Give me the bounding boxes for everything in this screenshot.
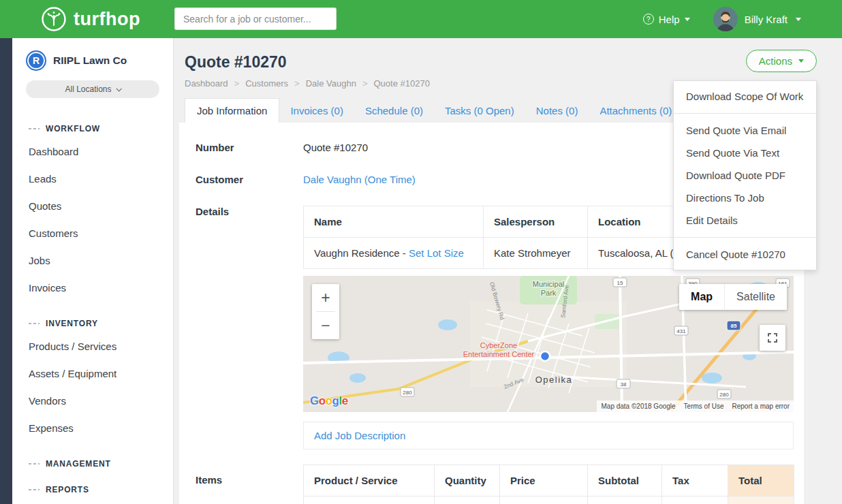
sidebar-item-assets-equipment[interactable]: Assets / Equipment — [29, 361, 173, 388]
sidebar-item-jobs[interactable]: Jobs — [29, 248, 173, 275]
details-header-name: Name — [304, 206, 484, 238]
section-label: MANAGEMENT — [46, 459, 111, 469]
google-map[interactable]: Municipal Park CyberZone Entertainment C… — [303, 276, 794, 412]
menu-item-download-quote-pdf[interactable]: Download Quote PDF — [674, 164, 816, 187]
job-description-box: Add Job Description — [303, 422, 794, 450]
poi-label-line1: CyberZone — [480, 341, 517, 349]
set-lot-size-link[interactable]: Set Lot Size — [409, 247, 464, 259]
locations-label: All Locations — [65, 84, 111, 94]
items-table: Product / Service Quantity Price Subtota… — [303, 464, 794, 504]
items-header-price: Price — [500, 465, 588, 497]
shield-15: 15 — [617, 280, 623, 286]
fullscreen-button[interactable] — [760, 325, 785, 351]
tab-attachments[interactable]: Attachments (0) — [589, 99, 683, 123]
items-label: Items — [196, 464, 303, 504]
customer-link[interactable]: Dale Vaughn — [303, 174, 362, 185]
city-label: Opelika — [535, 375, 573, 385]
avatar-photo — [713, 7, 738, 31]
customer-type-link[interactable]: (One Time) — [364, 174, 416, 185]
sidebar-section-inventory: INVENTORY — [29, 319, 173, 328]
caret-down-icon — [798, 59, 804, 63]
terms-of-use-link[interactable]: Terms of Use — [684, 403, 724, 410]
items-header-tax: Tax — [662, 465, 728, 497]
google-letter: g — [332, 394, 339, 407]
tab-schedule[interactable]: Schedule (0) — [354, 99, 434, 123]
brand-logo[interactable]: turfhop — [41, 0, 140, 38]
dashes-icon — [29, 462, 40, 465]
menu-item-download-scope-of-work[interactable]: Download Scope Of Work — [674, 85, 816, 108]
tab-job-information[interactable]: Job Information — [185, 98, 279, 123]
locations-selector[interactable]: All Locations — [26, 80, 159, 98]
tab-notes[interactable]: Notes (0) — [525, 99, 589, 123]
breadcrumb-customers[interactable]: Customers — [228, 78, 288, 89]
items-header-total: Total — [728, 465, 794, 497]
map-view-button[interactable]: Map — [679, 284, 724, 310]
property-name: Vaughn Residence - — [314, 247, 406, 259]
items-table-row — [304, 497, 794, 504]
sidebar-section-management[interactable]: MANAGEMENT — [29, 459, 173, 469]
section-label: WORKFLOW — [46, 124, 100, 133]
shield-280: 280 — [403, 390, 412, 396]
salesperson-value: Kate Strohmeyer — [484, 238, 588, 269]
chevron-down-icon — [796, 18, 801, 21]
sidebar-item-dashboard[interactable]: Dashboard — [29, 139, 173, 166]
shield-431: 431 — [676, 328, 686, 334]
map-type-control: Map Satellite — [679, 284, 787, 310]
items-header-quantity: Quantity — [435, 465, 500, 497]
map-data-credit: Map data ©2018 Google — [601, 403, 675, 410]
map-attribution: Map data ©2018 Google Terms of Use Repor… — [597, 400, 794, 412]
page-title: Quote #10270 — [185, 53, 842, 72]
sidebar-item-expenses[interactable]: Expenses — [29, 415, 173, 443]
brand-name: turfhop — [74, 9, 140, 30]
add-job-description-link[interactable]: Add Job Description — [314, 430, 405, 441]
number-label: Number — [196, 142, 303, 153]
sidebar: R RIIPL Lawn Co All Locations WORKFLOW D… — [12, 38, 174, 504]
dashes-icon — [29, 322, 40, 325]
help-menu-button[interactable]: ? Help — [643, 14, 690, 25]
sidebar-nav: WORKFLOW Dashboard Leads Quotes Customer… — [12, 98, 173, 494]
sidebar-section-workflow: WORKFLOW — [29, 124, 173, 133]
tab-invoices[interactable]: Invoices (0) — [279, 99, 354, 123]
sidebar-item-vendors[interactable]: Vendors — [29, 388, 173, 415]
avatar[interactable] — [713, 7, 738, 31]
company-header: R RIIPL Lawn Co — [12, 38, 173, 71]
sidebar-item-quotes[interactable]: Quotes — [29, 193, 173, 221]
top-navbar: turfhop ? Help Billy Kraft — [0, 0, 842, 38]
location-marker — [540, 351, 550, 361]
dashes-icon — [29, 488, 40, 491]
report-map-error-link[interactable]: Report a map error — [732, 403, 790, 410]
breadcrumb-dashboard[interactable]: Dashboard — [185, 78, 228, 89]
sidebar-item-customers[interactable]: Customers — [29, 221, 173, 248]
sidebar-item-invoices[interactable]: Invoices — [29, 275, 173, 302]
poi-label-line2: Entertainment Center — [463, 350, 535, 358]
left-rail — [0, 38, 12, 504]
menu-item-send-quote-via-text[interactable]: Send Quote Via Text — [674, 142, 816, 164]
menu-item-directions-to-job[interactable]: Directions To Job — [674, 187, 816, 209]
breadcrumb-current: Quote #10270 — [356, 78, 430, 89]
menu-item-send-quote-via-email[interactable]: Send Quote Via Email — [674, 119, 816, 142]
breadcrumb-dale-vaughn[interactable]: Dale Vaughn — [288, 78, 356, 89]
satellite-view-button[interactable]: Satellite — [724, 284, 787, 310]
google-letter: o — [319, 394, 326, 407]
tab-tasks[interactable]: Tasks (0 Open) — [434, 99, 525, 123]
actions-button[interactable]: Actions — [746, 50, 817, 72]
park-label-line2: Park — [541, 289, 557, 297]
global-search-input[interactable] — [174, 7, 337, 30]
google-logo[interactable]: Google — [310, 394, 348, 408]
actions-dropdown-menu: Download Scope Of Work Send Quote Via Em… — [673, 80, 817, 270]
menu-item-cancel-quote[interactable]: Cancel Quote #10270 — [674, 243, 816, 266]
company-logo: R — [26, 50, 46, 71]
sidebar-item-products-services[interactable]: Products / Services — [29, 334, 173, 361]
chevron-down-icon — [685, 18, 690, 21]
shield-280-b: 280 — [719, 392, 729, 398]
menu-divider — [674, 237, 816, 238]
sidebar-item-leads[interactable]: Leads — [29, 166, 173, 193]
menu-item-edit-details[interactable]: Edit Details — [674, 209, 816, 232]
section-label: REPORTS — [46, 485, 89, 494]
zoom-out-button[interactable]: − — [312, 312, 339, 339]
sidebar-section-reports[interactable]: REPORTS — [29, 485, 173, 494]
main-content: Quote #10270 DashboardCustomersDale Vaug… — [174, 38, 842, 504]
zoom-in-button[interactable]: + — [312, 284, 339, 311]
help-label: Help — [659, 14, 680, 25]
user-name[interactable]: Billy Kraft — [745, 14, 788, 25]
